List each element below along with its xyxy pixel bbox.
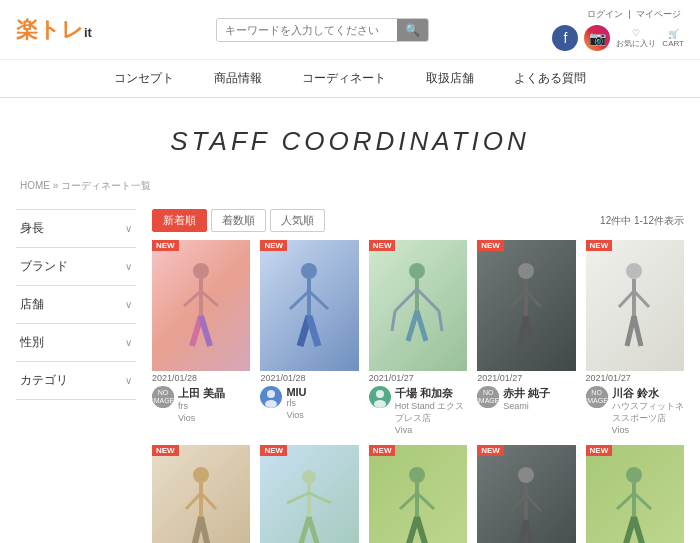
card-image: NEW [152,445,250,543]
svg-line-17 [417,289,439,311]
breadcrumb-home[interactable]: HOME [20,180,50,191]
search-button[interactable]: 🔍 [397,19,428,41]
svg-point-42 [302,470,316,484]
filter-tab-count[interactable]: 着数順 [211,209,266,232]
new-badge: NEW [369,445,396,456]
sidebar-item-height[interactable]: 身長 ∨ [16,209,136,248]
new-badge: NEW [477,445,504,456]
svg-line-21 [417,311,426,341]
svg-line-9 [309,291,328,309]
card-item[interactable]: NEW2021/01/27ミキ店舗 西神戸エクスプレス店Viva [477,445,575,543]
nav-concept[interactable]: コンセプト [114,70,174,87]
new-badge: NEW [152,445,179,456]
new-badge: NEW [260,445,287,456]
svg-line-16 [395,289,417,311]
sidebar: 身長 ∨ ブランド ∨ 店舗 ∨ 性別 ∨ カテゴリ ∨ [16,209,136,543]
sidebar-label-category: カテゴリ [20,372,68,389]
nav-stores[interactable]: 取扱店舗 [426,70,474,87]
logo-sub: it [84,25,92,40]
card-info: NOIMAGE上田 美晶frsVios [152,386,250,423]
svg-point-23 [374,400,386,408]
nav-products[interactable]: 商品情報 [214,70,262,87]
nav-faq[interactable]: よくある質問 [514,70,586,87]
card-shop: Seami [503,401,575,413]
card-item[interactable]: NEW2021/01/27西田 航起西神戸エクスプレス店Viva [369,445,467,543]
filter-tab-new[interactable]: 新着順 [152,209,207,232]
instagram-icon[interactable]: 📷 [584,25,610,51]
login-area: ログイン | マイページ [552,8,684,21]
card-item[interactable]: NEW2021/01/27ミキ店舗 西神戸エクスプレス店Viva [586,445,684,543]
svg-line-5 [201,316,210,346]
login-link[interactable]: ログイン [587,9,623,19]
sidebar-item-gender[interactable]: 性別 ∨ [16,324,136,362]
chevron-down-icon: ∨ [125,261,132,272]
svg-line-45 [309,493,331,503]
search-input[interactable] [217,20,397,40]
svg-point-6 [301,263,317,279]
svg-line-29 [526,316,533,346]
sidebar-label-gender: 性別 [20,334,44,351]
card-item[interactable]: NEW2021/01/27NOIMAGE赤井 純子Seami [477,240,575,435]
svg-line-20 [408,311,417,341]
avatar [260,386,282,408]
chevron-down-icon: ∨ [125,299,132,310]
mypage-link[interactable]: マイページ [636,9,681,19]
svg-line-11 [309,316,318,346]
new-badge: NEW [369,240,396,251]
sidebar-item-category[interactable]: カテゴリ ∨ [16,362,136,400]
svg-line-66 [617,493,634,509]
svg-line-27 [526,291,541,307]
svg-line-47 [309,517,318,543]
avatar [369,386,391,408]
no-image-label: NOIMAGE [586,387,608,408]
card-item[interactable]: NEW2021/01/27😊リン店舗 西神戸エクスプレス店Viva [152,445,250,543]
card-text: 赤井 純子Seami [503,386,575,413]
svg-line-44 [287,493,309,503]
svg-point-13 [265,400,277,408]
card-image: NEW [477,445,575,543]
svg-point-12 [267,390,275,398]
header-icons: f 📷 ♡ お気に入り 🛒 CART [552,25,684,51]
card-item[interactable]: NEW2021/01/27NOIMAGE川谷 鈴水ハウスフィットネススポーツ店V… [586,240,684,435]
svg-line-69 [634,517,643,543]
svg-point-64 [626,467,642,483]
cart-icon-area[interactable]: 🛒 CART [662,29,684,48]
card-item[interactable]: NEW2021/01/27千場 和加奈Hot Stand エクスプレス店Viva [369,240,467,435]
svg-line-50 [400,493,417,509]
svg-line-39 [201,493,216,509]
svg-line-19 [439,311,442,331]
result-count: 12件中 1-12件表示 [600,214,684,228]
svg-line-59 [526,495,541,511]
card-date: 2021/01/27 [586,373,684,383]
content-area: 新着順 着数順 人気順 12件中 1-12件表示 NEW2021/01/28NO… [136,209,684,543]
svg-point-56 [518,467,534,483]
svg-line-58 [511,495,526,511]
card-item[interactable]: NEW2021/01/28NOIMAGE上田 美晶frsVios [152,240,250,435]
svg-line-26 [511,291,526,307]
card-item[interactable]: NEW2021/01/27😊リン店舗 西神戸エクスプレス店Viva [260,445,358,543]
card-name: 赤井 純子 [503,386,575,401]
card-image: NEW [477,240,575,371]
svg-point-22 [376,390,384,398]
svg-line-51 [417,493,434,509]
nav-coordinate[interactable]: コーディネート [302,70,386,87]
filter-tab-popular[interactable]: 人気順 [270,209,325,232]
facebook-icon[interactable]: f [552,25,578,51]
card-date: 2021/01/28 [152,373,250,383]
card-text: 千場 和加奈Hot Stand エクスプレス店Viva [395,386,467,434]
svg-line-18 [392,311,395,331]
sidebar-item-brand[interactable]: ブランド ∨ [16,248,136,286]
card-shop: ハウスフィットネススポーツ店 [612,401,684,424]
svg-line-2 [184,291,201,306]
card-shop: frs [178,401,250,413]
card-image: NEW [586,445,684,543]
avatar: NOIMAGE [586,386,608,408]
card-item[interactable]: NEW2021/01/28MIUrlsVios [260,240,358,435]
card-brand: Vios [178,413,250,423]
new-badge: NEW [586,240,613,251]
page-title: STAFF COORDINATION [0,126,700,157]
sidebar-item-store[interactable]: 店舗 ∨ [16,286,136,324]
svg-line-8 [290,291,309,309]
new-badge: NEW [152,240,179,251]
card-name: 上田 美晶 [178,386,250,401]
